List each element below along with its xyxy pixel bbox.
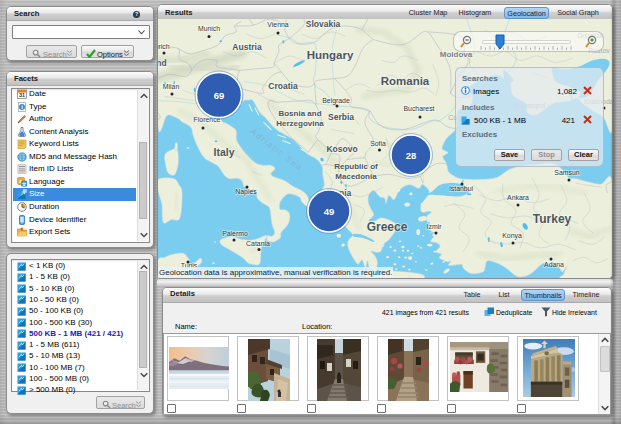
svg-text:Zurich: Zurich (158, 43, 170, 50)
svg-text:Croatia: Croatia (268, 81, 298, 91)
svg-text:49: 49 (324, 206, 335, 217)
svg-text:Istanbul: Istanbul (449, 185, 474, 192)
svg-text:Switzerland: Switzerland (158, 58, 167, 68)
svg-text:Macedonia: Macedonia (335, 172, 377, 181)
svg-text:69: 69 (214, 90, 225, 101)
svg-text:Konya: Konya (502, 232, 522, 240)
svg-text:Ankara: Ankara (507, 194, 529, 201)
svg-text:Turkey: Turkey (533, 212, 572, 226)
svg-text:文: 文 (21, 180, 27, 186)
svg-text:Naples: Naples (235, 188, 257, 196)
svg-text:Slovakia: Slovakia (306, 19, 341, 29)
svg-text:31: 31 (19, 92, 25, 98)
svg-text:Izmir: Izmir (427, 223, 443, 230)
svg-text:28: 28 (406, 150, 417, 161)
svg-text:Greece: Greece (367, 220, 408, 234)
svg-text:Sofia: Sofia (370, 140, 386, 147)
svg-text:Hungary: Hungary (307, 49, 354, 61)
svg-text:Samsun: Samsun (554, 169, 579, 176)
svg-text:Republic of: Republic of (334, 162, 378, 171)
svg-text:Milan: Milan (163, 83, 180, 90)
svg-text:?: ? (135, 11, 138, 17)
svg-text:Austria: Austria (232, 42, 262, 52)
svg-text:Bucharest: Bucharest (403, 105, 434, 112)
svg-text:Vienna: Vienna (267, 21, 288, 28)
svg-text:Herzegovina: Herzegovina (276, 119, 324, 128)
svg-text:Serbia: Serbia (328, 112, 354, 122)
svg-text:Belgrade: Belgrade (322, 97, 350, 105)
svg-text:Kosovo: Kosovo (326, 144, 357, 154)
svg-text:Romania: Romania (381, 75, 430, 87)
svg-text:Munich: Munich (198, 25, 220, 32)
svg-text:Italy: Italy (213, 146, 234, 158)
svg-text:Adana: Adana (544, 261, 564, 268)
svg-text:Catania: Catania (246, 240, 270, 247)
svg-text:Bosnia and: Bosnia and (278, 109, 321, 118)
svg-text:Palermo: Palermo (222, 230, 248, 237)
